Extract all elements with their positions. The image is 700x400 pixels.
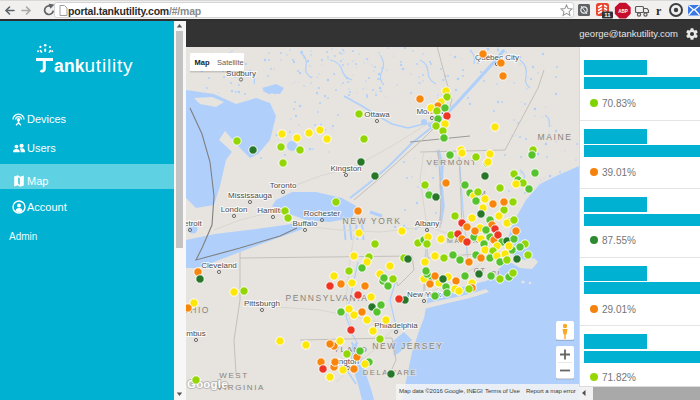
svg-text:r: r xyxy=(656,4,662,18)
svg-text:Terms of Use: Terms of Use xyxy=(485,387,520,394)
svg-text:Report a map error: Report a map error xyxy=(526,387,576,394)
svg-text:Cleveland: Cleveland xyxy=(201,261,237,270)
svg-text:Mississauga: Mississauga xyxy=(228,191,273,200)
svg-text:Satellite: Satellite xyxy=(217,58,244,67)
svg-text:utility: utility xyxy=(85,55,134,76)
svg-text:Kingston: Kingston xyxy=(330,164,361,173)
svg-text:Ottawa: Ottawa xyxy=(364,110,390,119)
svg-text:Buffalo: Buffalo xyxy=(293,219,318,228)
svg-text:Detroit: Detroit xyxy=(186,219,203,228)
svg-text:MAINE: MAINE xyxy=(538,132,573,142)
svg-text:Map data ©2016 Google, INEGI: Map data ©2016 Google, INEGI xyxy=(399,387,483,394)
svg-text:ABP: ABP xyxy=(618,9,628,14)
svg-text:Toronto: Toronto xyxy=(270,181,297,190)
svg-text:Pittsburgh: Pittsburgh xyxy=(244,299,280,308)
svg-text:Rochester: Rochester xyxy=(304,209,341,218)
svg-text:11: 11 xyxy=(604,12,611,18)
svg-text:Philadelphia: Philadelphia xyxy=(374,321,418,330)
svg-text:Albany: Albany xyxy=(415,219,439,228)
svg-text:mbus: mbus xyxy=(186,329,206,338)
svg-text:VERMONT: VERMONT xyxy=(426,158,477,167)
svg-text:London: London xyxy=(221,205,248,214)
svg-text:ank: ank xyxy=(54,56,85,76)
svg-text:NEW YORK: NEW YORK xyxy=(343,216,402,226)
svg-text:Map: Map xyxy=(195,58,210,67)
